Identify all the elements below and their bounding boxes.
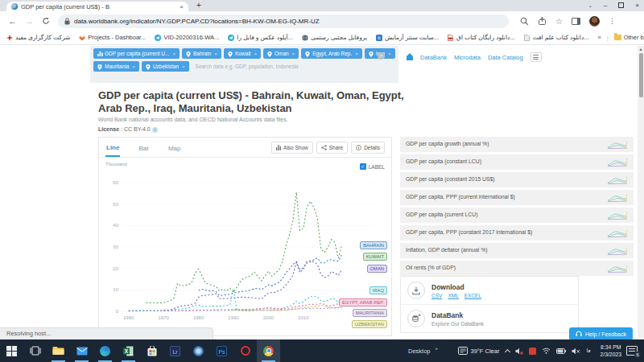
- profile-avatar[interactable]: [589, 16, 600, 27]
- filter-chip[interactable]: Uzbekistan×: [142, 61, 189, 72]
- chevron-down-icon[interactable]: [390, 53, 394, 58]
- bookmarks-overflow-chevron[interactable]: »: [598, 34, 601, 41]
- photoshop-icon[interactable]: Ps: [210, 339, 233, 362]
- scroll-up-arrow[interactable]: ▲: [639, 47, 643, 51]
- related-indicator-item[interactable]: GDP per capita, PPP (current internation…: [400, 190, 634, 205]
- other-bookmarks-button[interactable]: Other bookmarks: [614, 34, 644, 41]
- also-show-button[interactable]: Also Show: [271, 142, 313, 154]
- start-button-icon[interactable]: [0, 339, 23, 362]
- related-indicator-item[interactable]: GDP per capita (constant 2015 US$): [400, 172, 634, 187]
- wifi-icon[interactable]: [542, 348, 551, 354]
- bookmark-item[interactable]: شرکت کارگزاری مفید: [6, 34, 70, 41]
- bookmark-item[interactable]: دانلود رایگان کتاب اق...: [448, 34, 515, 41]
- microsoft-store-icon[interactable]: [140, 339, 163, 362]
- details-button[interactable]: Details: [351, 142, 385, 154]
- audio-device-icon[interactable]: [515, 348, 523, 355]
- chip-remove-icon[interactable]: ×: [172, 51, 175, 56]
- language-indicator[interactable]: فا: [586, 348, 590, 354]
- related-indicator-item[interactable]: GDP per capita, PPP (constant 2017 inter…: [400, 225, 634, 241]
- tab-map[interactable]: Map: [167, 139, 182, 156]
- download-link-excel[interactable]: EXCEL: [464, 293, 481, 298]
- browser-tab[interactable]: GDP per capita (current US$) - B ×: [6, 2, 188, 11]
- file-explorer-icon[interactable]: [47, 339, 70, 362]
- page-scrollbar[interactable]: ▲: [638, 46, 644, 339]
- forward-icon[interactable]: →: [25, 16, 34, 26]
- filter-chip[interactable]: Kuwait×: [224, 48, 261, 59]
- lightroom-icon[interactable]: Lr: [163, 339, 187, 362]
- chip-remove-icon[interactable]: ×: [292, 51, 295, 56]
- tab-search-icon[interactable]: ⌄: [588, 2, 592, 8]
- minimize-button[interactable]: –: [604, 2, 607, 9]
- filter-chip[interactable]: Mauritania×: [93, 61, 139, 72]
- nav-link-microdata[interactable]: Microdata: [454, 54, 481, 61]
- browser-menu-icon[interactable]: ⋮: [609, 17, 616, 25]
- bookmark-item[interactable]: VID-20200316-WA...: [155, 34, 219, 41]
- desktop-label[interactable]: Desktop»: [408, 348, 431, 355]
- filter-chip[interactable]: Oman×: [263, 48, 299, 59]
- scrollbar-thumb[interactable]: [639, 53, 643, 97]
- maximize-button[interactable]: [618, 2, 624, 8]
- battery-icon[interactable]: [556, 348, 566, 354]
- chip-remove-icon[interactable]: ×: [132, 64, 135, 69]
- volume-muted-icon[interactable]: [572, 348, 580, 355]
- tab-close-icon[interactable]: ×: [180, 3, 184, 10]
- related-indicator-item[interactable]: GDP per capita growth (annual %): [400, 137, 634, 152]
- address-bar[interactable]: data.worldbank.org/indicator/NY.GDP.PCAP…: [58, 14, 509, 28]
- related-indicator-item[interactable]: Inflation, GDP deflator (annual %): [400, 243, 634, 258]
- search-chips-area[interactable]: GDP per capita (current U...×Bahrain×Kuw…: [90, 46, 398, 83]
- bookmark-item[interactable]: پروفایل مجتبی رستمی: [302, 34, 367, 41]
- recording-icon[interactable]: [529, 348, 536, 355]
- bookmark-item[interactable]: دانلود کتاب علم افت...: [524, 34, 589, 41]
- photos-app-icon[interactable]: [187, 339, 210, 362]
- nav-link-data-catalog[interactable]: Data Catalog: [488, 54, 523, 61]
- excel-icon[interactable]: X: [117, 339, 140, 362]
- chip-remove-icon[interactable]: ×: [355, 51, 358, 56]
- databank-section[interactable]: DataBank Explore Our DataBank: [401, 304, 578, 332]
- filter-chip[interactable]: GDP per capita (current U...×: [93, 48, 180, 59]
- filter-chip[interactable]: Egypt, Arab Rep.×: [301, 48, 362, 59]
- label-toggle[interactable]: ✓ LABEL: [360, 163, 385, 170]
- download-link-xml[interactable]: XML: [448, 293, 458, 298]
- zoom-icon[interactable]: [520, 17, 529, 26]
- task-view-icon[interactable]: [23, 339, 47, 362]
- chrome-icon[interactable]: [257, 339, 280, 362]
- clear-search-icon[interactable]: ×: [378, 52, 385, 60]
- related-indicator-item[interactable]: GDP per capita (current LCU): [400, 208, 634, 223]
- hidden-icons-chevron[interactable]: [505, 348, 510, 354]
- related-indicator-item[interactable]: GDP per capita (constant LCU): [400, 154, 634, 170]
- opera-icon[interactable]: [233, 339, 257, 362]
- bookmark-item[interactable]: آپلود عکس و فایل را...: [228, 34, 293, 41]
- nav-link-databank[interactable]: DataBank: [420, 54, 447, 61]
- bookmark-star-icon[interactable]: ☆: [555, 17, 563, 26]
- close-window-button[interactable]: ×: [635, 2, 639, 9]
- related-indicator-item[interactable]: Oil rents (% of GDP): [400, 261, 634, 276]
- chip-remove-icon[interactable]: ×: [182, 64, 185, 69]
- new-tab-button[interactable]: +: [196, 1, 201, 10]
- back-icon[interactable]: ←: [8, 16, 17, 26]
- taskbar: XLrPs Desktop» 39°F Clear فا 8:34 PM 2/3…: [0, 339, 644, 362]
- mail-icon[interactable]: [70, 339, 93, 362]
- download-link-csv[interactable]: CSV: [431, 293, 442, 298]
- search-input[interactable]: Search data e.g. GDP, population, Indone…: [196, 64, 299, 69]
- tab-bar[interactable]: Bar: [138, 139, 149, 156]
- home-icon[interactable]: [407, 54, 413, 60]
- clock[interactable]: 8:34 PM 2/3/2023: [601, 343, 621, 358]
- chip-remove-icon[interactable]: ×: [214, 51, 217, 56]
- weather-widget[interactable]: 39°F Clear: [458, 347, 500, 355]
- action-center-icon[interactable]: 6: [626, 346, 638, 356]
- share-page-icon[interactable]: [538, 17, 547, 26]
- chip-remove-icon[interactable]: ×: [254, 51, 257, 56]
- hamburger-menu-icon[interactable]: [530, 52, 542, 62]
- svg-text:2010: 2010: [298, 315, 309, 320]
- tab-line[interactable]: Line: [105, 138, 120, 157]
- bookmark-item[interactable]: bسایت سنتر آزمایش...: [376, 34, 439, 41]
- side-panel-icon[interactable]: [572, 18, 580, 25]
- reload-icon[interactable]: [42, 17, 50, 25]
- help-feedback-button[interactable]: Help / Feedback: [569, 327, 633, 340]
- bookmark-item[interactable]: Projects - Dashboar...: [79, 34, 146, 41]
- share-button[interactable]: Share: [316, 142, 348, 154]
- edge-icon[interactable]: [93, 339, 117, 362]
- filter-chip[interactable]: Bahrain×: [182, 48, 221, 59]
- info-icon[interactable]: i: [152, 127, 158, 133]
- line-chart[interactable]: 0102030405060196019701980199020002010 BA…: [102, 170, 389, 331]
